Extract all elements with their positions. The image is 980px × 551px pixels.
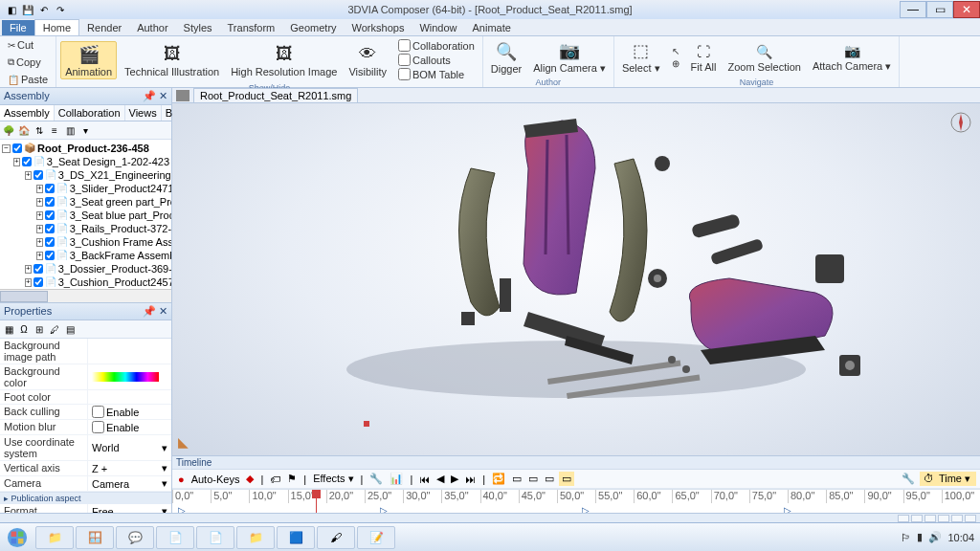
tab-author[interactable]: Author [129, 20, 175, 35]
qat-redo-icon[interactable]: ↷ [53, 2, 68, 17]
system-tray[interactable]: 🏳 ▮ 🔊 10:04 [901, 531, 980, 543]
tl-loop[interactable]: 🔁 [490, 473, 507, 485]
status-icon[interactable] [951, 515, 963, 522]
assembly-tab-assembly[interactable]: Assembly [0, 105, 55, 121]
tree-tool-3[interactable]: ⇅ [33, 123, 46, 137]
highres-image-button[interactable]: 🖼High Resolution Image [227, 42, 341, 78]
tree-tool-4[interactable]: ≡ [48, 123, 61, 137]
playhead[interactable] [316, 490, 317, 513]
tab-window[interactable]: Window [412, 20, 464, 35]
tab-home[interactable]: Home [34, 19, 79, 35]
status-icon[interactable] [898, 515, 909, 522]
autokeys-label[interactable]: Auto-Keys [189, 474, 242, 485]
tree-node[interactable]: +📄3_Seat green part_Product2480-321-233-… [2, 195, 169, 209]
taskbar-app[interactable]: 📝 [357, 526, 395, 549]
panel-pin-icon[interactable]: 📌 ✕ [143, 90, 167, 102]
tree-node[interactable]: +📄3_Slider_Product2471-373-232-454 [2, 182, 169, 195]
tl-tool-e[interactable]: ▭ [543, 473, 556, 485]
qat-undo-icon[interactable]: ↶ [36, 2, 52, 17]
tl-tool-f[interactable]: ▭ [559, 472, 574, 486]
tree-node[interactable]: +📄3_Seat blue part_Product2484-374-234-4… [2, 209, 169, 222]
paste-button[interactable]: 📋 Paste [4, 73, 52, 86]
tab-animate[interactable]: Animate [465, 20, 519, 35]
tl-tool-right[interactable]: 🔧 [900, 473, 917, 485]
tl-tool-tag[interactable]: 🏷 [268, 474, 282, 485]
tree-tool-1[interactable]: 🌳 [2, 123, 15, 137]
taskbar-app[interactable]: 📄 [156, 526, 194, 549]
tree-tool-5[interactable]: ▥ [63, 123, 77, 137]
status-icon[interactable] [924, 515, 936, 522]
property-row[interactable]: Camera Camera ▾ [0, 476, 171, 492]
property-row[interactable]: Foot color [0, 390, 171, 405]
tl-first[interactable]: ⏮ [417, 474, 432, 485]
assembly-tab-collab[interactable]: Collaboration [55, 105, 125, 121]
tl-tool-b[interactable]: 📊 [388, 473, 405, 485]
property-row[interactable]: Format Free ▾ [0, 504, 171, 513]
prop-tool-2[interactable]: Ω [17, 322, 31, 336]
effects-dropdown[interactable]: Effects ▾ [311, 473, 355, 485]
tab-geometry[interactable]: Geometry [282, 20, 344, 35]
property-row[interactable]: Vertical axis Z + ▾ [0, 461, 171, 476]
taskbar-app[interactable]: 🖌 [317, 526, 355, 549]
taskbar-app[interactable]: 📁 [236, 526, 275, 549]
taskbar-app[interactable]: 🟦 [277, 526, 315, 549]
tree-node[interactable]: +📄3_Cushion_Product2457-379-228-450 [2, 276, 169, 289]
properties-grid[interactable]: Background image pathBackground colorFoo… [0, 339, 171, 513]
assembly-tab-views[interactable]: Views [125, 105, 162, 121]
taskbar-app[interactable]: 🪟 [76, 526, 114, 549]
zoom-selection-button[interactable]: 🔍Zoom Selection [724, 41, 804, 74]
status-icon[interactable] [965, 515, 976, 522]
fit-all-button[interactable]: ⛶Fit All [687, 41, 721, 74]
document-tab[interactable]: Root_Product_Seat_R2011.smg [193, 88, 358, 103]
tab-file[interactable]: File [2, 20, 34, 35]
tree-node[interactable]: +📄3_Dossier_Product-369-150-363 [2, 262, 169, 276]
prop-tool-4[interactable]: 🖊 [48, 322, 61, 336]
time-dropdown[interactable]: ⏱ Time ▾ [920, 472, 976, 486]
animation-button[interactable]: 🎬Animation [60, 41, 117, 79]
nav-tool-2[interactable]: ⊕ [668, 57, 683, 70]
qat-save-icon[interactable]: 💾 [20, 2, 35, 17]
prop-tool-5[interactable]: ▤ [63, 322, 77, 336]
timeline-ruler[interactable]: 0,0"5,0"10,0"15,0"20,0"25,0"30,0"35,0"40… [172, 489, 980, 513]
attach-camera-button[interactable]: 📷Attach Camera ▾ [809, 40, 895, 74]
visibility-button[interactable]: 👁Visibility [345, 42, 390, 78]
tl-tool-marker[interactable]: ⚑ [285, 473, 299, 485]
tl-next[interactable]: ⏭ [463, 474, 478, 485]
tree-node[interactable]: +📄3_Rails_Product-372-230-452 [2, 222, 169, 235]
tree-node[interactable]: +📄3_BackFrame Assembly-376-229-451 [2, 249, 169, 262]
nav-tool-1[interactable]: ↖ [668, 45, 683, 57]
collaboration-toggle[interactable]: Collaboration [394, 38, 479, 53]
3d-viewport[interactable]: ◣ [172, 103, 980, 455]
tab-styles[interactable]: Styles [176, 20, 220, 35]
close-button[interactable]: ✕ [953, 1, 980, 18]
tl-tool-a[interactable]: 🔧 [368, 473, 385, 485]
align-camera-button[interactable]: 📷Align Camera ▾ [529, 38, 610, 76]
tree-scrollbar[interactable] [0, 289, 171, 302]
copy-button[interactable]: ⧉ Copy [4, 55, 45, 69]
property-row[interactable]: Motion blur Enable [0, 420, 171, 435]
taskbar-app[interactable]: 📁 [35, 526, 74, 549]
technical-illustration-button[interactable]: 🖼Technical Illustration [121, 42, 223, 78]
prop-tool-3[interactable]: ⊞ [33, 322, 46, 336]
property-row[interactable]: Use coordinate system World ▾ [0, 435, 171, 461]
cut-button[interactable]: ✂ Cut [4, 38, 37, 52]
prop-tool-1[interactable]: ▦ [2, 322, 15, 336]
tl-tool-d[interactable]: ▭ [526, 473, 540, 485]
tree-tool-2[interactable]: 🏠 [17, 123, 31, 137]
taskbar-app[interactable]: 📄 [196, 526, 234, 549]
panel-pin-icon[interactable]: 📌 ✕ [143, 305, 167, 318]
property-category[interactable]: ▸ Publication aspect [0, 492, 171, 504]
tab-workshops[interactable]: Workshops [345, 20, 412, 35]
property-row[interactable]: Background color [0, 364, 171, 390]
tree-node[interactable]: +📄3_DS_X21_Engineering-377-227-449 [2, 168, 169, 182]
property-row[interactable]: Background image path [0, 339, 171, 364]
tl-play[interactable]: ▶ [449, 473, 460, 485]
callouts-toggle[interactable]: Callouts [394, 53, 479, 67]
status-icon[interactable] [911, 515, 923, 522]
tree-tool-6[interactable]: ▾ [78, 123, 92, 137]
property-row[interactable]: Back culling Enable [0, 405, 171, 420]
tl-prev[interactable]: ◀ [434, 473, 446, 485]
record-icon[interactable]: ● [176, 474, 187, 485]
key-icon[interactable]: ◆ [244, 473, 256, 485]
status-icon[interactable] [938, 515, 949, 522]
